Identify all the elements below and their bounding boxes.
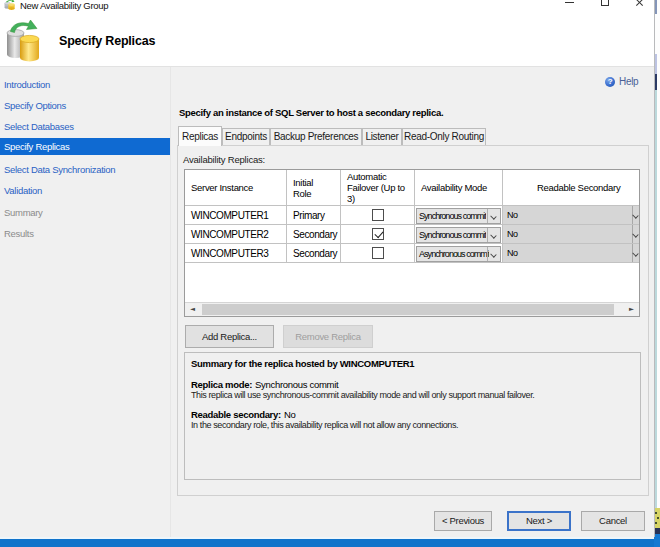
column-header-initial-role[interactable]: Initial Role [287, 170, 341, 205]
tab-backup-preferences[interactable]: Backup Preferences [270, 128, 362, 145]
readable-secondary-combo[interactable]: No [503, 206, 639, 224]
replica-mode-line: Replica mode:Synchronous commit [191, 379, 338, 390]
tab-read-only-routing[interactable]: Read-Only Routing [402, 128, 486, 145]
replica-mode-label: Replica mode: [191, 379, 252, 390]
tab-endpoints[interactable]: Endpoints [222, 128, 270, 145]
combo-dropdown-button[interactable] [632, 206, 639, 224]
sidebar-item-specify-options[interactable]: Specify Options [0, 97, 170, 114]
tab-replicas[interactable]: Replicas [178, 126, 222, 146]
availability-group-icon [6, 20, 43, 62]
next-label: Next > [509, 513, 569, 529]
automatic-failover-checkbox[interactable] [372, 228, 384, 240]
scrollbar-thumb[interactable] [202, 304, 614, 315]
minimize-icon [565, 2, 574, 3]
readable-secondary-value: No [503, 248, 518, 258]
availability-group-small-icon [4, 0, 15, 10]
availability-mode-combo[interactable]: Asynchronous commit [416, 246, 501, 262]
close-button[interactable] [626, 0, 650, 9]
readable-secondary-value: No [503, 210, 518, 220]
cancel-button[interactable]: Cancel [581, 511, 645, 531]
sidebar-item-summary: Summary [0, 204, 170, 221]
help-icon: ? [605, 77, 615, 87]
maximize-icon [601, 0, 609, 6]
desktop-icon-pixel [657, 517, 659, 519]
wizard-steps-sidebar: IntroductionSpecify OptionsSelect Databa… [0, 67, 171, 537]
grid-header-row: Server InstanceInitial RoleAutomatic Fai… [185, 170, 639, 206]
cell-initial-role[interactable]: Secondary [287, 244, 341, 262]
availability-mode-combo[interactable]: Synchronous commit [416, 208, 501, 224]
previous-button[interactable]: < Previous [434, 511, 492, 531]
cell-availability-mode: Synchronous commit [415, 225, 503, 243]
cell-server-instance[interactable]: WINCOMPUTER3 [185, 244, 287, 262]
sidebar-item-select-data-synchronization[interactable]: Select Data Synchronization [0, 161, 170, 178]
desktop-icon-pixel [655, 522, 657, 524]
column-header-server-instance[interactable]: Server Instance [185, 170, 287, 205]
column-header-automatic-failover-up-to-3-[interactable]: Automatic Failover (Up to 3) [341, 170, 415, 205]
sidebar-item-specify-replicas[interactable]: Specify Replicas [0, 138, 170, 155]
help-label: Help [619, 76, 638, 87]
background-teal-line [655, 60, 657, 508]
window-title: New Availability Group [20, 0, 108, 11]
sidebar-item-select-databases[interactable]: Select Databases [0, 118, 170, 135]
remove-replica-button: Remove Replica [283, 325, 373, 348]
desktop-icon-pixel [655, 512, 657, 514]
minimize-button[interactable] [557, 0, 581, 9]
availability-mode-combo[interactable]: Synchronous commit [416, 227, 501, 243]
chevron-down-icon [633, 251, 638, 256]
replica-mode-value: Synchronous commit [255, 379, 338, 390]
cell-initial-role[interactable]: Primary [287, 206, 341, 224]
maximize-button[interactable] [592, 0, 616, 9]
cell-availability-mode: Asynchronous commit [415, 244, 503, 262]
replica-row-wincomputer1: WINCOMPUTER1PrimarySynchronous commitNo [185, 206, 639, 225]
combo-dropdown-button[interactable] [632, 225, 639, 243]
cell-availability-mode: Synchronous commit [415, 206, 503, 224]
cell-server-instance[interactable]: WINCOMPUTER2 [185, 225, 287, 243]
automatic-failover-checkbox[interactable] [372, 247, 384, 259]
automatic-failover-checkbox[interactable] [372, 209, 384, 221]
title-bar: New Availability Group [0, 0, 655, 14]
scroll-right-arrow[interactable]: ► [624, 303, 639, 316]
screen: New Availability Group [0, 0, 660, 547]
availability-replicas-label: Availability Replicas: [183, 154, 265, 165]
tab-listener[interactable]: Listener [362, 128, 402, 145]
previous-label: < Previous [435, 512, 491, 530]
readable-secondary-value: No [284, 409, 296, 420]
column-header-readable-secondary[interactable]: Readable Secondary [503, 170, 639, 205]
readable-secondary-value: No [503, 229, 518, 239]
readable-secondary-combo[interactable]: No [503, 225, 639, 243]
cell-automatic-failover [341, 225, 415, 243]
summary-title: Summary for the replica hosted by WINCOM… [191, 358, 414, 369]
readable-secondary-combo[interactable]: No [503, 244, 639, 262]
replica-mode-description: This replica will use synchronous-commit… [191, 390, 534, 400]
sidebar-item-validation[interactable]: Validation [0, 182, 170, 199]
chevron-down-icon [491, 214, 496, 219]
add-replica-button[interactable]: Add Replica... [185, 325, 274, 348]
wizard-header: Specify Replicas [0, 14, 655, 67]
combo-dropdown-button[interactable] [487, 228, 500, 242]
chevron-down-icon [491, 252, 496, 257]
availability-mode-value: Synchronous commit [417, 230, 486, 240]
cell-automatic-failover [341, 244, 415, 262]
chevron-down-icon [491, 233, 496, 238]
cancel-label: Cancel [582, 512, 644, 530]
combo-dropdown-button[interactable] [487, 209, 500, 223]
cell-readable-secondary: No [503, 225, 639, 243]
column-header-availability-mode[interactable]: Availability Mode [415, 170, 503, 205]
cell-readable-secondary: No [503, 206, 639, 224]
cell-readable-secondary: No [503, 244, 639, 262]
chevron-down-icon [633, 213, 638, 218]
cell-initial-role[interactable]: Secondary [287, 225, 341, 243]
new-availability-group-dialog: New Availability Group [0, 0, 655, 537]
grid-rows: WINCOMPUTER1PrimarySynchronous commitNoW… [185, 206, 639, 263]
sidebar-item-introduction[interactable]: Introduction [0, 76, 170, 93]
main-panel: ? Help Specify an instance of SQL Server… [171, 67, 655, 537]
horizontal-scrollbar[interactable]: ◄ ► [185, 302, 639, 316]
scroll-left-arrow[interactable]: ◄ [185, 303, 200, 316]
chevron-down-icon [633, 232, 638, 237]
readable-secondary-line: Readable secondary:No [191, 409, 295, 420]
combo-dropdown-button[interactable] [487, 247, 500, 261]
next-button[interactable]: Next > [507, 511, 571, 531]
combo-dropdown-button[interactable] [632, 244, 639, 262]
remove-replica-label: Remove Replica [284, 326, 372, 347]
cell-server-instance[interactable]: WINCOMPUTER1 [185, 206, 287, 224]
